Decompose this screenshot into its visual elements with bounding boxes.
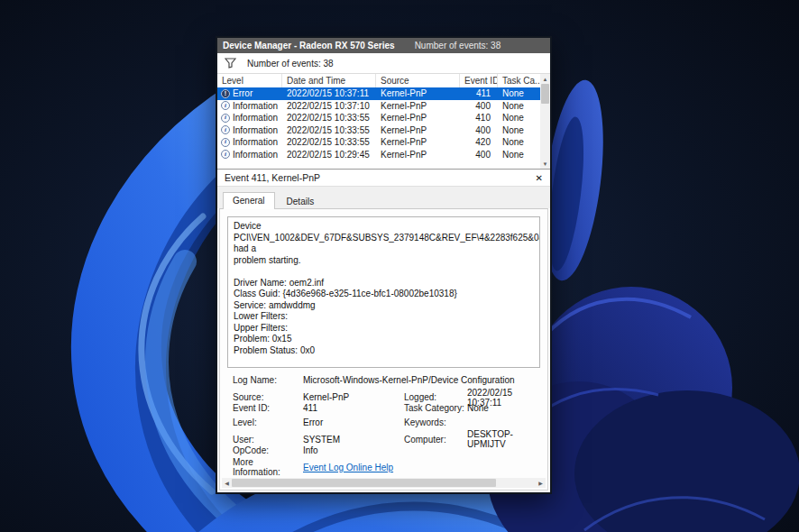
field-value-computer: DESKTOP-UPMIJTV	[467, 429, 547, 449]
source-cell: Kernel-PnP	[376, 137, 460, 147]
events-count-label: Number of events: 38	[247, 59, 334, 69]
level-cell: Information	[233, 150, 278, 160]
task-category-cell: None	[498, 88, 540, 98]
task-category-cell: None	[498, 101, 540, 111]
tab-details[interactable]: Details	[277, 193, 325, 209]
source-cell: Kernel-PnP	[376, 88, 460, 98]
field-value-level: Error	[303, 417, 404, 427]
field-label-log-name: Log Name:	[233, 375, 303, 385]
task-category-cell: None	[498, 113, 540, 123]
field-label-task-category: Task Category:	[404, 403, 467, 413]
field-row: More Information: Event Log Online Help	[220, 457, 547, 472]
datetime-cell: 2022/02/15 10:37:10	[282, 101, 376, 111]
event-id-cell: 411	[460, 88, 498, 98]
event-fields: Log Name: Microsoft-Windows-Kernel-PnP/D…	[220, 373, 547, 472]
horizontal-scrollbar[interactable]: ◀ ▶	[222, 478, 546, 488]
datetime-cell: 2022/02/15 10:33:55	[282, 125, 376, 135]
field-label-more-information: More Information:	[233, 457, 303, 477]
event-row[interactable]: i Information 2022/02/15 10:33:55 Kernel…	[217, 112, 540, 124]
field-value-source: Kernel-PnP	[303, 392, 404, 402]
general-tab-content: Device PCI\VEN_1002&DEV_67DF&SUBSYS_2379…	[219, 208, 548, 491]
datetime-cell: 2022/02/15 10:29:45	[282, 150, 376, 160]
field-label-computer: Computer:	[404, 435, 467, 445]
level-cell: Information	[233, 101, 278, 111]
event-row[interactable]: i Information 2022/02/15 10:33:55 Kernel…	[217, 136, 540, 149]
datetime-cell: 2022/02/15 10:33:55	[282, 113, 376, 123]
event-panel-title: Event 411, Kernel-PnP	[225, 172, 320, 183]
table-vertical-scrollbar[interactable]: ▲ ▼	[540, 74, 550, 169]
source-cell: Kernel-PnP	[376, 101, 460, 111]
field-row: User: SYSTEM Computer: DESKTOP-UPMIJTV	[220, 429, 547, 444]
field-value-opcode: Info	[303, 445, 404, 455]
scroll-right-icon[interactable]: ▶	[536, 478, 546, 488]
event-id-cell: 410	[460, 113, 498, 123]
datetime-cell: 2022/02/15 10:33:55	[282, 137, 376, 147]
event-id-cell: 400	[460, 150, 498, 160]
event-row[interactable]: i Information 2022/02/15 10:37:10 Kernel…	[217, 100, 540, 113]
events-toolbar: Number of events: 38	[217, 53, 550, 74]
scroll-up-icon[interactable]: ▲	[540, 74, 550, 84]
field-label-level: Level:	[233, 417, 303, 427]
field-value-task-category: None	[467, 403, 547, 413]
information-icon: i	[221, 101, 230, 110]
information-icon: i	[221, 150, 230, 159]
field-value-log-name: Microsoft-Windows-Kernel-PnP/Device Conf…	[303, 375, 547, 385]
task-category-cell: None	[498, 137, 540, 147]
field-row: Source: Kernel-PnP Logged: 2022/02/15 10…	[220, 388, 547, 402]
source-cell: Kernel-PnP	[376, 150, 460, 160]
field-label-user: User:	[233, 435, 303, 445]
scroll-down-icon[interactable]: ▼	[540, 159, 550, 169]
horizontal-scrollbar-thumb[interactable]	[232, 479, 496, 487]
tab-general[interactable]: General	[223, 192, 275, 209]
window-title: Device Manager - Radeon RX 570 Series	[223, 41, 395, 50]
field-value-user: SYSTEM	[303, 435, 404, 445]
information-icon: i	[221, 125, 230, 134]
field-value-event-id: 411	[303, 403, 404, 413]
window-title-status: Number of events: 38	[415, 41, 501, 50]
event-message-box[interactable]: Device PCI\VEN_1002&DEV_67DF&SUBSYS_2379…	[227, 216, 540, 368]
datetime-cell: 2022/02/15 10:37:11	[282, 88, 376, 98]
event-row[interactable]: i Information 2022/02/15 10:33:55 Kernel…	[217, 124, 540, 137]
level-cell: Information	[233, 113, 278, 123]
vertical-scrollbar-thumb[interactable]	[541, 84, 549, 104]
event-id-cell: 400	[460, 125, 498, 135]
event-panel-header: Event 411, Kernel-PnP ✕	[217, 169, 550, 187]
column-header-task-category[interactable]: Task Ca...	[498, 74, 540, 87]
column-header-level[interactable]: Level	[217, 74, 282, 87]
filter-icon[interactable]	[225, 58, 236, 69]
level-cell: Information	[233, 137, 278, 147]
desktop: Device Manager - Radeon RX 570 Series Nu…	[0, 0, 799, 532]
information-icon: i	[221, 114, 230, 123]
level-cell: Error	[233, 88, 253, 98]
field-label-event-id: Event ID:	[233, 403, 303, 413]
field-label-keywords: Keywords:	[404, 417, 467, 427]
tab-strip: General Details	[217, 187, 550, 208]
field-label-logged: Logged:	[404, 392, 467, 402]
event-row[interactable]: ! Error 2022/02/15 10:37:11 Kernel-PnP 4…	[217, 87, 540, 100]
titlebar[interactable]: Device Manager - Radeon RX 570 Series Nu…	[217, 38, 550, 53]
column-header-date-time[interactable]: Date and Time	[282, 74, 376, 87]
field-row: Level: Error Keywords:	[220, 416, 547, 430]
event-log-online-help-link[interactable]: Event Log Online Help	[303, 463, 393, 472]
level-cell: Information	[233, 125, 278, 135]
event-id-cell: 420	[460, 137, 498, 147]
event-row[interactable]: i Information 2022/02/15 10:29:45 Kernel…	[217, 149, 540, 161]
event-id-cell: 400	[460, 101, 498, 111]
task-category-cell: None	[498, 150, 540, 160]
field-row: Event ID: 411 Task Category: None	[220, 401, 547, 416]
field-label-source: Source:	[233, 392, 303, 402]
scroll-left-icon[interactable]: ◀	[222, 478, 232, 488]
close-icon[interactable]: ✕	[536, 173, 543, 183]
table-header-row: Level Date and Time Source Event ID Task…	[217, 74, 540, 87]
column-header-source[interactable]: Source	[376, 74, 460, 87]
field-label-opcode: OpCode:	[233, 445, 303, 455]
field-row: Log Name: Microsoft-Windows-Kernel-PnP/D…	[220, 373, 547, 388]
column-header-event-id[interactable]: Event ID	[460, 74, 498, 87]
event-table: Level Date and Time Source Event ID Task…	[217, 74, 550, 169]
error-icon: !	[221, 89, 230, 98]
information-icon: i	[221, 138, 230, 147]
event-properties-window: Device Manager - Radeon RX 570 Series Nu…	[216, 36, 552, 494]
source-cell: Kernel-PnP	[376, 113, 460, 123]
task-category-cell: None	[498, 125, 540, 135]
source-cell: Kernel-PnP	[376, 125, 460, 135]
